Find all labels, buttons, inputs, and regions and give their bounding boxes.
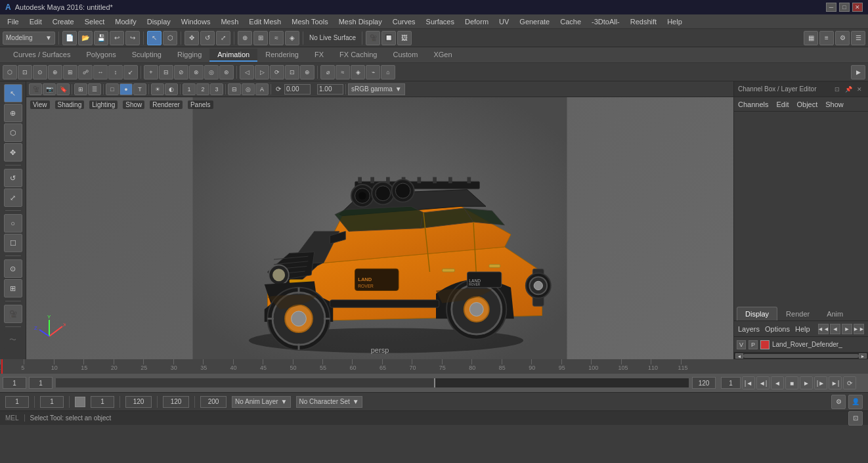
tab-xgen[interactable]: XGen: [425, 49, 460, 62]
menu-select[interactable]: Select: [80, 16, 110, 27]
curve-anim-lt[interactable]: 〜: [4, 330, 22, 349]
cb-pin-icon[interactable]: 📌: [844, 85, 853, 94]
go-to-end-btn[interactable]: ►|: [829, 376, 842, 389]
save-file-button[interactable]: 💾: [94, 31, 108, 45]
menu-surfaces[interactable]: Surfaces: [422, 16, 459, 27]
layer-nav-left[interactable]: ◄◄: [818, 324, 829, 334]
anim-tool-9[interactable]: ↙: [123, 65, 138, 79]
cb-close-icon[interactable]: ✕: [855, 85, 864, 94]
scroll-thumb[interactable]: [743, 354, 859, 358]
camera-select-btn[interactable]: 🎥: [29, 83, 42, 95]
btab-anim[interactable]: Anim: [818, 307, 852, 320]
move-tool-lt[interactable]: ✥: [4, 143, 22, 162]
universal-manip-lt[interactable]: ⊙: [4, 259, 22, 278]
menu-uv[interactable]: UV: [494, 16, 513, 27]
soft-select-button[interactable]: ⊕: [238, 31, 252, 45]
menu-redshift[interactable]: Redshift: [626, 16, 661, 27]
smooth-shade-btn[interactable]: ●: [119, 83, 133, 95]
tab-custom[interactable]: Custom: [385, 49, 426, 62]
anim-tool-13[interactable]: ⊗: [189, 65, 204, 79]
anim-deform-3[interactable]: ◈: [351, 65, 365, 79]
bc-field5[interactable]: [163, 396, 189, 408]
cb-show[interactable]: Show: [825, 100, 844, 108]
layer-visibility-p[interactable]: P: [749, 340, 758, 349]
menu-file[interactable]: File: [3, 16, 24, 27]
vp-menu-lighting[interactable]: Lighting: [89, 100, 118, 109]
snap-point-button[interactable]: ◈: [285, 31, 299, 45]
play-fwd-btn[interactable]: ►: [800, 376, 813, 389]
shadow-btn[interactable]: ◐: [165, 83, 178, 95]
timeline-end-field[interactable]: [692, 377, 716, 389]
menu-edit-mesh[interactable]: Edit Mesh: [244, 16, 286, 27]
resize-btn[interactable]: ⊡: [848, 411, 863, 426]
outliner-toggle[interactable]: ☰: [851, 31, 865, 45]
menu-help[interactable]: Help: [662, 16, 687, 27]
menu-windows[interactable]: Windows: [177, 16, 215, 27]
snap-grid-button[interactable]: ⊞: [253, 31, 268, 45]
ipr-button[interactable]: 🔲: [381, 31, 396, 45]
paint-select-tool[interactable]: ⊕: [4, 104, 22, 122]
char-prefs-btn[interactable]: 👤: [848, 395, 863, 409]
tab-animation[interactable]: Animation: [209, 49, 257, 62]
vp-menu-show[interactable]: Show: [123, 100, 144, 109]
menu-edit[interactable]: Edit: [25, 16, 47, 27]
anim-deform-4[interactable]: ⌁: [366, 65, 380, 79]
anim-tool-12[interactable]: ⊘: [174, 65, 188, 79]
menu-display[interactable]: Display: [142, 16, 175, 27]
range-slider[interactable]: [75, 397, 85, 407]
anim-tool-19[interactable]: ⊡: [285, 65, 299, 79]
anim-tool-4[interactable]: ⊕: [48, 65, 62, 79]
minimize-button[interactable]: ─: [826, 3, 836, 12]
anim-tool-15[interactable]: ⊛: [219, 65, 234, 79]
maximize-button[interactable]: □: [839, 3, 850, 12]
show-render-button[interactable]: 🖼: [397, 31, 412, 45]
channel-box-toggle[interactable]: ▦: [804, 31, 818, 45]
step-back-btn[interactable]: ◄|: [756, 376, 770, 389]
bc-field4[interactable]: [125, 396, 152, 408]
anim-tool-8[interactable]: ↕: [108, 65, 123, 79]
layer-nav-prev[interactable]: ◄: [830, 324, 840, 334]
layer-color[interactable]: [760, 340, 770, 349]
anim-deform-2[interactable]: ≈: [336, 65, 350, 79]
menu-modify[interactable]: Modify: [110, 16, 141, 27]
layer-visibility-v[interactable]: V: [737, 340, 746, 349]
layer-nav-next[interactable]: ►: [842, 324, 852, 334]
bc-field2[interactable]: [40, 396, 64, 408]
scroll-right-btn[interactable]: ►: [859, 353, 867, 359]
redo-button[interactable]: ↪: [125, 31, 140, 45]
snap-curve-button[interactable]: ≈: [269, 31, 284, 45]
move-tool-button[interactable]: ✥: [184, 31, 199, 45]
anim-deform-1[interactable]: ⌀: [320, 65, 335, 79]
anim-tool-7[interactable]: ↔: [93, 65, 108, 79]
anim-tool-3[interactable]: ⊙: [33, 65, 47, 79]
menu-mesh-tools[interactable]: Mesh Tools: [287, 16, 332, 27]
wireframe-btn[interactable]: □: [106, 83, 119, 95]
scroll-right-button[interactable]: ▶: [851, 65, 865, 79]
lasso-select-lt[interactable]: ⬡: [4, 123, 22, 142]
menu-mesh-display[interactable]: Mesh Display: [334, 16, 387, 27]
show-manip-lt[interactable]: ☐: [4, 234, 22, 252]
anim-tool-5[interactable]: ⊞: [63, 65, 77, 79]
cb-object[interactable]: Object: [796, 100, 817, 108]
play-back-btn[interactable]: ◄: [771, 376, 784, 389]
menu-mesh[interactable]: Mesh: [216, 16, 243, 27]
anim-tool-1[interactable]: ⬡: [3, 65, 17, 79]
select-tool-button[interactable]: ↖: [147, 31, 162, 45]
cb-float-icon[interactable]: ⊡: [833, 85, 842, 94]
timeline-start-field[interactable]: [3, 377, 26, 389]
menu-cache[interactable]: Cache: [555, 16, 586, 27]
anim-tool-14[interactable]: ◎: [204, 65, 219, 79]
anim-tool-18[interactable]: ⟳: [270, 65, 284, 79]
cb-edit[interactable]: Edit: [776, 100, 789, 108]
vp-menu-shading[interactable]: Shading: [55, 100, 85, 109]
menu-3dtoall[interactable]: -3DtoAll-: [587, 16, 624, 27]
anim-tool-2[interactable]: ⊡: [18, 65, 32, 79]
render-button[interactable]: 🎥: [366, 31, 380, 45]
viewport[interactable]: View Shading Lighting Show Renderer Pane…: [26, 81, 733, 359]
btab-display[interactable]: Display: [737, 307, 777, 320]
loop-btn[interactable]: ⟳: [843, 376, 856, 389]
go-to-start-btn[interactable]: |◄: [742, 376, 755, 389]
stop-btn[interactable]: ■: [785, 376, 798, 389]
value1-input[interactable]: [284, 84, 311, 95]
render-quality-1[interactable]: 1: [183, 83, 196, 95]
